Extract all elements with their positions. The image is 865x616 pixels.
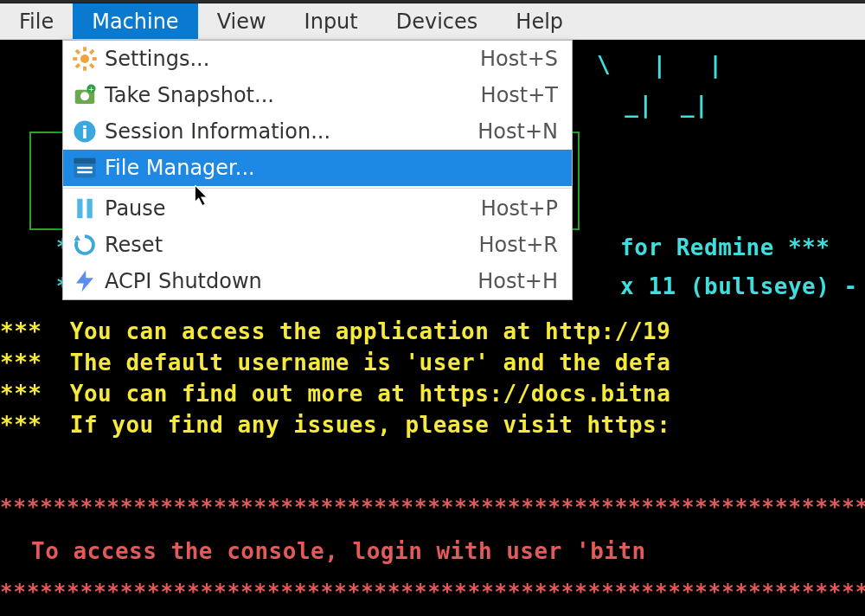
svg-rect-16 (74, 158, 96, 164)
menu-devices[interactable]: Devices (377, 3, 497, 39)
menu-item-reset[interactable]: Reset Host+R (63, 227, 572, 263)
menu-item-session-information[interactable]: i Session Information... Host+N (63, 113, 572, 150)
info-icon: i (72, 119, 98, 144)
console-line: To access the console, login with user '… (31, 536, 865, 567)
ascii-art-line: _| _| (597, 90, 865, 120)
menu-item-label: Pause (105, 196, 481, 221)
console-line: *** The default username is 'user' and t… (0, 348, 865, 378)
svg-point-0 (80, 55, 89, 63)
menu-view[interactable]: View (198, 3, 285, 39)
menu-item-shortcut: Host+S (480, 47, 558, 71)
menu-item-take-snapshot[interactable]: + Take Snapshot... Host+T (63, 77, 572, 113)
console-line: *** You can find out more at https://doc… (0, 379, 865, 409)
svg-rect-20 (87, 199, 93, 219)
menu-item-settings[interactable]: Settings... Host+S (63, 41, 572, 77)
menu-item-label: Settings... (105, 47, 480, 71)
svg-line-5 (76, 50, 80, 54)
menu-help[interactable]: Help (497, 3, 582, 39)
svg-marker-22 (76, 271, 93, 292)
menu-item-shortcut: Host+H (477, 269, 558, 293)
menu-file[interactable]: File (0, 3, 73, 39)
menu-input[interactable]: Input (285, 3, 377, 39)
menu-item-shortcut: Host+P (481, 196, 558, 221)
menu-item-file-manager[interactable]: File Manager... (63, 150, 572, 186)
svg-line-8 (90, 50, 93, 54)
menu-item-label: File Manager... (105, 156, 558, 180)
menu-item-label: Take Snapshot... (105, 83, 481, 107)
menu-item-acpi-shutdown[interactable]: ACPI Shutdown Host+H (63, 263, 572, 299)
console-line: *** You can access the application at ht… (0, 317, 865, 347)
svg-line-6 (90, 64, 93, 67)
svg-marker-21 (74, 235, 81, 241)
reset-icon (72, 232, 98, 258)
console-line: *** If you find any issues, please visit… (0, 410, 865, 440)
menu-item-pause[interactable]: Pause Host+P (63, 190, 572, 227)
camera-icon: + (72, 82, 98, 108)
menubar: File Machine View Input Devices Help (0, 3, 865, 40)
menu-machine[interactable]: Machine (73, 3, 197, 39)
svg-rect-19 (77, 199, 82, 219)
svg-text:+: + (88, 85, 94, 93)
menu-item-shortcut: Host+R (479, 233, 558, 257)
file-manager-icon (72, 155, 98, 181)
machine-menu-dropdown: Settings... Host+S + Take Snapshot... Ho… (62, 40, 573, 300)
gear-icon (72, 46, 98, 72)
console-divider: ****************************************… (0, 578, 865, 606)
menu-separator (63, 188, 572, 189)
menu-item-label: Reset (105, 233, 479, 257)
ascii-art-line: \ | | (597, 50, 865, 80)
menu-item-label: Session Information... (105, 119, 477, 144)
lightning-icon (72, 268, 98, 294)
pause-icon (72, 196, 98, 221)
svg-line-7 (76, 64, 80, 67)
console-divider: ****************************************… (0, 493, 865, 521)
menu-item-label: ACPI Shutdown (105, 269, 477, 293)
svg-text:i: i (82, 122, 88, 143)
menu-item-shortcut: Host+N (477, 119, 558, 144)
menu-item-shortcut: Host+T (481, 83, 558, 107)
